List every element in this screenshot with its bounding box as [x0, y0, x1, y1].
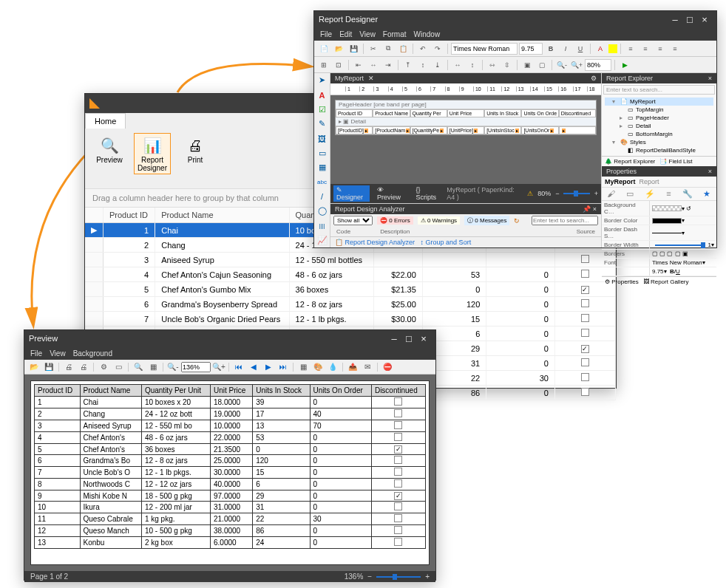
prop-cat-data[interactable]: ≡ [666, 189, 671, 199]
menu-view[interactable]: View [359, 30, 376, 38]
explorer-tree[interactable]: ▾📄 MyReport ▭ TopMargin ▸▭ PageHeader ▸▭… [602, 96, 716, 156]
menu-file[interactable]: File [320, 30, 332, 38]
minimize-button[interactable]: – [668, 14, 682, 25]
italic-icon[interactable]: I [559, 42, 572, 55]
bordercolor-swatch[interactable] [652, 218, 682, 224]
explorer-tab[interactable]: 🌲 Report Explorer [605, 158, 655, 165]
vspace-icon[interactable]: ⇳ [501, 58, 514, 72]
warnings-badge[interactable]: ⚠ 0 Warnings [418, 216, 460, 225]
prop-cat-behavior[interactable]: ⚡ [645, 189, 655, 199]
prev-quickprint-icon[interactable]: 🖨 [77, 361, 90, 373]
status-zoom-in[interactable]: + [425, 572, 430, 581]
tree-styles[interactable]: ▾🎨 Styles [605, 138, 713, 146]
explorer-search[interactable]: Enter text to search... [603, 85, 715, 95]
prev-zoom-select[interactable] [181, 362, 211, 372]
borders-editor[interactable]: ▢ ▢ ▢ ▢ ▣ [649, 250, 716, 258]
tree-detail[interactable]: ▸▭ Detail [605, 122, 713, 130]
status-zoom-slider[interactable] [376, 576, 421, 578]
prev-last-icon[interactable]: ⏭ [277, 361, 290, 373]
font-editor[interactable]: Times New Roman [652, 259, 702, 266]
gallery-tab[interactable]: 🖼 Report Gallery [643, 278, 689, 285]
errors-icon[interactable]: ⚠ [527, 190, 533, 197]
copy-icon[interactable]: ⧉ [381, 42, 395, 55]
grid-icon[interactable]: ⊞ [317, 58, 330, 72]
refresh-icon[interactable]: ↻ [514, 217, 520, 225]
underline-icon[interactable]: U [574, 42, 587, 55]
alignc-icon[interactable]: ↔ [367, 58, 380, 72]
doc-name[interactable]: MyReport [335, 75, 364, 82]
alignm-icon[interactable]: ↕ [416, 58, 430, 72]
picture-icon[interactable]: 🖼 [314, 131, 330, 146]
header-cells-row[interactable]: Product IDProduct NameQuantity PerUnit P… [336, 109, 596, 117]
prev-email-icon[interactable]: ✉ [361, 361, 374, 373]
pin-icon[interactable]: 📌 [583, 205, 591, 213]
table-row[interactable]: 3Aniseed Syrup12 - 550 ml bottles [85, 253, 616, 267]
fieldlist-tab[interactable]: 📑 Field List [659, 158, 692, 165]
redo-icon[interactable]: ↷ [431, 42, 444, 55]
open-icon[interactable]: 📂 [332, 42, 345, 55]
tree-topmargin[interactable]: ▭ TopMargin [605, 106, 713, 114]
prev-prev-icon[interactable]: ◀ [247, 361, 260, 373]
save-icon[interactable]: 💾 [347, 42, 360, 55]
analyzer-search[interactable] [532, 216, 598, 225]
report-page[interactable]: PageHeader [one band per page] Product I… [335, 100, 597, 135]
detail-band[interactable]: ▸ ▣ Detail [336, 117, 596, 126]
prev-stop-icon[interactable]: ⛔ [381, 361, 394, 373]
prop-cat-tools[interactable]: 🔧 [682, 189, 693, 199]
new-icon[interactable]: 📄 [317, 42, 330, 55]
gear-icon[interactable]: ⚙ [591, 75, 597, 82]
tree-root[interactable]: ▾📄 MyReport [605, 98, 713, 106]
sendback-icon[interactable]: ▢ [535, 58, 549, 72]
line-icon[interactable]: / [314, 189, 330, 204]
hspace-icon[interactable]: ⇿ [486, 58, 499, 72]
col-product-name[interactable]: Product Name [155, 208, 289, 223]
prev-export-icon[interactable]: 📤 [346, 361, 359, 373]
checkbox-icon[interactable]: ☑ [314, 102, 330, 117]
errors-badge[interactable]: ⛔ 0 Errors [377, 216, 413, 225]
close-button[interactable]: × [697, 14, 712, 25]
alignl-icon[interactable]: ⇤ [352, 58, 365, 72]
pageheader-band[interactable]: PageHeader [one band per page] [336, 100, 596, 109]
prev-watermark-icon[interactable]: 💧 [326, 361, 339, 373]
prev-minimize[interactable]: – [387, 333, 401, 344]
table-icon[interactable]: ▦ [314, 160, 330, 175]
table-row[interactable]: 4Chef Anton's Cajun Seasoning48 - 6 oz j… [85, 267, 616, 282]
view-scripts[interactable]: {} Scripts [413, 185, 442, 202]
backcolor-icon[interactable] [608, 44, 617, 53]
cut-icon[interactable]: ✂ [367, 42, 380, 55]
prev-color-icon[interactable]: 🎨 [311, 361, 325, 373]
menu-edit[interactable]: Edit [339, 30, 352, 38]
props-close[interactable]: × [708, 168, 712, 175]
prop-cat-fav[interactable]: ★ [703, 189, 710, 199]
prop-cat-layout[interactable]: ▭ [626, 189, 634, 199]
prev-multipage-icon[interactable]: ▦ [296, 361, 310, 373]
footer-groupsort-tab[interactable]: Group and Sort [426, 239, 472, 246]
view-preview[interactable]: 👁 Preview [374, 185, 408, 202]
paste-icon[interactable]: 📋 [396, 42, 410, 55]
snap-icon[interactable]: ⊡ [332, 58, 345, 72]
label-icon[interactable]: A [314, 88, 330, 103]
alignr-icon[interactable]: ⇥ [381, 58, 395, 72]
design-canvas[interactable]: PageHeader [one band per page] Product I… [330, 95, 601, 184]
bringfront-icon[interactable]: ▣ [520, 58, 534, 72]
menu-window[interactable]: Window [414, 30, 441, 38]
table-row[interactable]: 5Chef Anton's Gumbo Mix36 boxes$21.3500✓ [85, 282, 616, 297]
alignb-icon[interactable]: ⤓ [431, 58, 444, 72]
prev-zoomout-icon[interactable]: 🔍- [166, 361, 180, 373]
preview-button[interactable]: 🔍 Preview [91, 133, 128, 174]
zoom-in-btn[interactable]: + [594, 190, 598, 197]
bgcolor-swatch[interactable] [652, 205, 682, 211]
tab-home[interactable]: Home [85, 113, 126, 129]
shape-icon[interactable]: ◯ [314, 204, 330, 219]
zoom-select[interactable] [585, 59, 611, 71]
bold-icon[interactable]: B [544, 42, 557, 55]
props-object[interactable]: MyReport Report [602, 177, 716, 188]
undo-icon[interactable]: ↶ [416, 42, 430, 55]
tree-bottommargin[interactable]: ▭ BottomMargin [605, 130, 713, 138]
tree-pageheader[interactable]: ▸▭ PageHeader [605, 114, 713, 122]
prev-margins-icon[interactable]: ▭ [112, 361, 125, 373]
view-designer[interactable]: ✎ Designer [333, 185, 370, 202]
analyzer-filter[interactable]: Show all [333, 216, 373, 225]
tree-style1[interactable]: ◧ ReportDetailBandStyle [605, 146, 713, 154]
prop-cat-paint[interactable]: 🖌 [607, 189, 615, 199]
